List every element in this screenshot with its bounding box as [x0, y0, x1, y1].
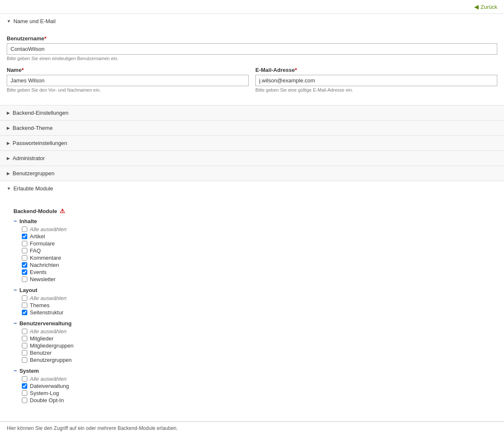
section-header-name-email[interactable]: ▼ Name und E-Mail — [0, 14, 504, 29]
name-email-row: Name* Bitte geben Sie den Vor- und Nachn… — [7, 67, 497, 98]
warning-icon: ⚠ — [60, 208, 65, 214]
checkbox-events-input[interactable] — [22, 269, 27, 275]
toggle-icon-backend-theme: ▶ — [7, 126, 10, 130]
group-label-inhalte: Inhalte — [19, 218, 37, 224]
toggle-icon-passwort: ▶ — [7, 141, 10, 145]
section-name-email: ▼ Name und E-Mail Benutzername* Bitte ge… — [0, 14, 504, 105]
checkbox-artikel-input[interactable] — [22, 234, 27, 239]
checkbox-system-log: System-Log — [22, 390, 491, 396]
checkbox-formulare: Formulare — [22, 240, 491, 247]
section-label-backend-theme: Backend-Theme — [13, 125, 52, 131]
checkbox-mitglieder-label: Mitglieder — [30, 335, 53, 342]
checkbox-faq-input[interactable] — [22, 248, 27, 253]
email-input[interactable] — [255, 75, 497, 86]
checkbox-double-opt-in: Double Opt-In — [22, 397, 491, 403]
section-content-name-email: Benutzername* Bitte geben Sie einen eind… — [0, 29, 504, 105]
checkbox-benutzerverwaltung-alle: Alle auswählen — [22, 328, 491, 335]
collapse-inhalte-icon[interactable]: − — [13, 218, 17, 224]
username-row: Benutzername* Bitte geben Sie einen eind… — [7, 35, 497, 61]
section-header-passwort[interactable]: ▶ Passworteinstellungen — [0, 136, 504, 150]
checkbox-benutzer-input[interactable] — [22, 350, 27, 356]
checkbox-inhalte-alle: Alle auswählen — [22, 226, 491, 232]
module-group-header-layout: − Layout — [13, 287, 491, 293]
section-label-name-email: Name und E-Mail — [13, 18, 55, 24]
section-backend-theme: ▶ Backend-Theme — [0, 121, 504, 136]
collapse-layout-icon[interactable]: − — [13, 287, 17, 293]
module-group-header-benutzerverwaltung: − Benutzerverwaltung — [13, 320, 491, 327]
back-link[interactable]: ◀ Zurück — [474, 3, 497, 10]
module-title: Backend-Module ⚠ — [13, 208, 491, 214]
checkbox-benutzergruppen-item: Benutzergruppen — [22, 357, 491, 363]
checkbox-mitgliedergruppen: Mitgliedergruppen — [22, 343, 491, 349]
checkbox-artikel: Artikel — [22, 233, 491, 240]
checkbox-benutzer: Benutzer — [22, 350, 491, 356]
section-header-backend-theme[interactable]: ▶ Backend-Theme — [0, 121, 504, 135]
checkbox-themes-label: Themes — [30, 302, 50, 308]
checkbox-themes-input[interactable] — [22, 303, 27, 308]
checkbox-layout-alle: Alle auswählen — [22, 295, 491, 301]
toggle-icon-administrator: ▶ — [7, 156, 10, 161]
checkbox-artikel-label: Artikel — [30, 233, 45, 240]
section-header-backend-einstellungen[interactable]: ▶ Backend-Einstellungen — [0, 105, 504, 120]
checkbox-nachrichten-input[interactable] — [22, 262, 27, 268]
name-required: * — [21, 67, 24, 73]
checkbox-mitgliedergruppen-input[interactable] — [22, 343, 27, 348]
toggle-icon-erlaubte-module: ▼ — [7, 186, 11, 191]
checkbox-nachrichten: Nachrichten — [22, 262, 491, 268]
checkbox-kommentare: Kommentare — [22, 255, 491, 261]
section-erlaubte-module: ▼ Erlaubte Module Backend-Module ⚠ − Inh… — [0, 181, 504, 422]
checkbox-layout-alle-input[interactable] — [22, 295, 27, 301]
name-label: Name* — [7, 67, 249, 73]
module-group-layout: − Layout Alle auswählen Themes Seitenstr… — [13, 287, 491, 316]
checkbox-layout-alle-label: Alle auswählen — [30, 295, 66, 301]
checkbox-benutzerverwaltung-alle-input[interactable] — [22, 329, 27, 334]
checkbox-newsletter-input[interactable] — [22, 277, 27, 282]
group-label-system: System — [19, 368, 39, 374]
section-label-backend-einstellungen: Backend-Einstellungen — [13, 110, 68, 116]
username-hint: Bitte geben Sie einen eindeutigen Benutz… — [7, 56, 497, 61]
email-hint: Bitte geben Sie eine gültige E-Mail-Adre… — [255, 87, 497, 92]
section-header-administrator[interactable]: ▶ Administrator — [0, 151, 504, 166]
checkbox-newsletter-label: Newsletter — [30, 276, 55, 282]
checkbox-seitenstruktur: Seitenstruktur — [22, 309, 491, 316]
toggle-icon-benutzergruppen: ▶ — [7, 171, 10, 176]
checkbox-inhalte-alle-input[interactable] — [22, 227, 27, 232]
section-benutzergruppen: ▶ Benutzergruppen — [0, 166, 504, 181]
checkbox-benutzer-label: Benutzer — [30, 350, 52, 356]
collapse-system-icon[interactable]: − — [13, 367, 17, 374]
module-group-inhalte: − Inhalte Alle auswählen Artikel Formula… — [13, 218, 491, 282]
page-wrapper: ◀ Zurück ▼ Name und E-Mail Benutzername*… — [0, 0, 504, 440]
checkbox-faq: FAQ — [22, 248, 491, 254]
checkbox-mitgliedergruppen-label: Mitgliedergruppen — [30, 343, 74, 349]
group-label-benutzerverwaltung: Benutzerverwaltung — [19, 320, 71, 327]
checkbox-newsletter: Newsletter — [22, 276, 491, 282]
checkbox-benutzergruppen-item-input[interactable] — [22, 357, 27, 363]
checkbox-seitenstruktur-label: Seitenstruktur — [30, 309, 63, 316]
toggle-icon-backend-einstellungen: ▶ — [7, 111, 10, 115]
checkbox-formulare-label: Formulare — [30, 240, 55, 247]
checkbox-seitenstruktur-input[interactable] — [22, 310, 27, 315]
collapse-benutzerverwaltung-icon[interactable]: − — [13, 320, 17, 327]
module-group-benutzerverwaltung: − Benutzerverwaltung Alle auswählen Mitg… — [13, 320, 491, 363]
back-label: Zurück — [480, 4, 497, 10]
checkbox-double-opt-in-input[interactable] — [22, 398, 27, 403]
username-input[interactable] — [7, 43, 497, 55]
checkbox-system-log-label: System-Log — [30, 390, 59, 396]
email-label: E-Mail-Adresse* — [255, 67, 497, 73]
checkbox-mitglieder: Mitglieder — [22, 335, 491, 342]
module-group-header-inhalte: − Inhalte — [13, 218, 491, 224]
checkbox-kommentare-input[interactable] — [22, 255, 27, 261]
checkbox-dateiverwaltung-input[interactable] — [22, 383, 27, 389]
checkbox-dateiverwaltung: Dateiverwaltung — [22, 383, 491, 389]
checkbox-formulare-input[interactable] — [22, 241, 27, 246]
section-label-passwort: Passworteinstellungen — [13, 140, 67, 146]
section-header-benutzergruppen[interactable]: ▶ Benutzergruppen — [0, 166, 504, 181]
checkbox-system-log-input[interactable] — [22, 390, 27, 396]
section-header-erlaubte-module[interactable]: ▼ Erlaubte Module — [0, 181, 504, 196]
checkbox-faq-label: FAQ — [30, 248, 41, 254]
checkbox-kommentare-label: Kommentare — [30, 255, 61, 261]
name-input[interactable] — [7, 75, 249, 86]
section-label-erlaubte-module: Erlaubte Module — [13, 185, 53, 192]
checkbox-system-alle-input[interactable] — [22, 376, 27, 382]
checkbox-mitglieder-input[interactable] — [22, 336, 27, 341]
